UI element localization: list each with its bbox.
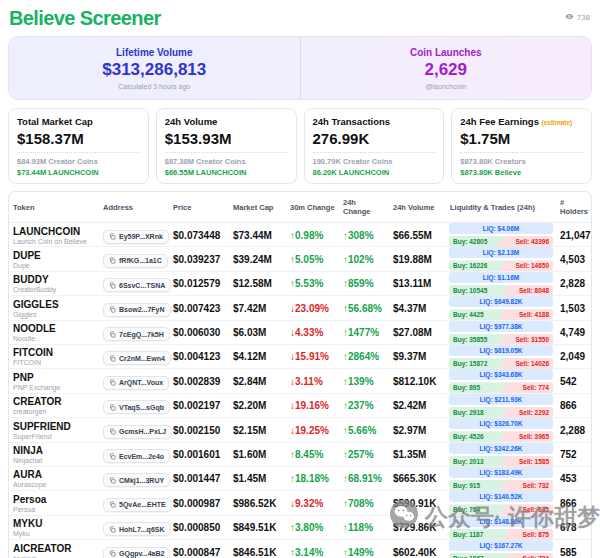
copy-address-button[interactable]: Ey59P...XRnk (103, 230, 169, 244)
table-row[interactable]: AURA Aurascope CMkj1...3RUY $0.001447 $1… (9, 467, 591, 491)
card-creator-line: $87.38M Creator Coins (165, 157, 288, 166)
price-cell: $0.001601 (169, 449, 229, 460)
col-header-market-cap[interactable]: Market Cap (229, 197, 286, 218)
holders-cell: 4,749 (556, 327, 591, 338)
change-30m-cell: ↓15.91% (286, 351, 339, 362)
change-24h-cell: ↑139% (339, 376, 389, 387)
copy-address-button[interactable]: GQgpv...4aB2 (103, 547, 170, 558)
change-30m-cell: ↑3.80% (286, 522, 339, 533)
token-name: GIGGLES (13, 299, 95, 310)
coin-launches-sub: @launchcoin (301, 83, 592, 90)
sell-count-chip: Sell: 4188 (498, 309, 553, 320)
buy-count-chip: Buy: 10545 (449, 285, 509, 296)
token-cell: LAUNCHCOIN Launch Coin on Believe (9, 226, 99, 245)
copy-address-button[interactable]: Cr2nM...Ewn4 (103, 351, 171, 365)
table-row[interactable]: MYKU Myku HohL7...q6SK $0.000850 $849.51… (9, 516, 591, 540)
token-subtitle: CreatorBuddy (13, 286, 95, 293)
table-row[interactable]: GIGGLES Giggles Bsow2...7FyN $0.007423 $… (9, 296, 591, 320)
copy-icon (109, 428, 116, 435)
volume-24h-cell: $1.35M (389, 449, 446, 460)
volume-24h-cell: $812.10K (389, 376, 446, 387)
address-text: Cr2nM...Ewn4 (119, 355, 165, 362)
copy-address-button[interactable]: 6SsvC...TSNA (103, 278, 171, 292)
copy-address-button[interactable]: EcvEm...2e4o (103, 449, 170, 463)
change-24h-cell: ↑5.66% (339, 425, 389, 436)
liquidity-cell: LIQ: $211.93K Buy: 2918 Sell: 2292 (446, 394, 556, 418)
address-cell: CMkj1...3RUY (99, 470, 169, 488)
token-cell: MYKU Myku (9, 518, 99, 537)
liquidity-bar: LIQ: $343.68K (449, 369, 553, 380)
col-header-change-24h[interactable]: 24h Change (339, 192, 389, 222)
buy-count-chip: Buy: 2918 (449, 407, 507, 418)
volume-24h-cell: $665.30K (389, 473, 446, 484)
token-subtitle: FITCOIN (13, 359, 95, 366)
table-row[interactable]: NINJA Ninjachat EcvEm...2e4o $0.001601 $… (9, 443, 591, 467)
buy-sell-bar: Buy: 15872 Sell: 14026 (449, 358, 553, 369)
copy-icon (109, 526, 116, 533)
copy-address-button[interactable]: ArQNT...Voux (103, 376, 169, 390)
table-row[interactable]: FITCOIN FITCOIN Cr2nM...Ewn4 $0.004123 $… (9, 345, 591, 369)
holders-cell: 678 (556, 522, 591, 533)
token-subtitle: Ninjachat (13, 457, 95, 464)
token-cell: FITCOIN FITCOIN (9, 347, 99, 366)
token-name: AICREATOR (13, 543, 95, 554)
change-30m-cell: ↓9.32% (286, 498, 339, 509)
col-header-liquidity[interactable]: Liquidity & Trades (24h) (446, 197, 556, 218)
holders-cell: 866 (556, 498, 591, 509)
change-30m-cell: ↑8.45% (286, 449, 339, 460)
token-table: TokenAddressPriceMarket Cap30m Change24h… (8, 191, 592, 558)
copy-address-button[interactable]: 7cEgQ...7k5H (103, 327, 170, 341)
table-row[interactable]: Persoa Persoa 5QvAe...EHTE $0.000987 $98… (9, 491, 591, 515)
col-header-price[interactable]: Price (169, 197, 229, 218)
copy-address-button[interactable]: Bsow2...7FyN (103, 303, 171, 317)
copy-icon (109, 282, 116, 289)
table-row[interactable]: CREATOR creatorgen VTaqS...sGqb $0.00219… (9, 394, 591, 418)
sell-count-chip: Sell: 635 (500, 504, 553, 515)
token-name: DUPE (13, 250, 95, 261)
copy-address-button[interactable]: GcmsH...PxLJ (103, 425, 172, 439)
token-subtitle: PNP Exchange (13, 384, 95, 391)
holders-cell: 2,828 (556, 278, 591, 289)
col-header-holders[interactable]: # Holders (556, 192, 591, 222)
copy-address-button[interactable]: 5QvAe...EHTE (103, 498, 172, 512)
change-24h-cell: ↑1477% (339, 327, 389, 338)
copy-address-button[interactable]: fRfKG...1a1C (103, 254, 168, 268)
liquidity-cell: LIQ: $343.68K Buy: 895 Sell: 774 (446, 369, 556, 393)
coin-launches-block: Coin Launches 2,629 @launchcoin (300, 37, 592, 99)
copy-address-button[interactable]: HohL7...q6SK (103, 522, 171, 536)
market-cap-cell: $6.03M (229, 327, 286, 338)
table-row[interactable]: LAUNCHCOIN Launch Coin on Believe Ey59P.… (9, 223, 591, 247)
change-30m-cell: ↑0.98% (286, 230, 339, 241)
table-row[interactable]: AICREATOR sociove GQgpv...4aB2 $0.000847… (9, 540, 591, 558)
col-header-change-30m[interactable]: 30m Change (286, 197, 339, 218)
col-header-volume-24h[interactable]: 24h Volume (389, 197, 446, 218)
copy-address-button[interactable]: VTaqS...sGqb (103, 400, 170, 414)
table-body: LAUNCHCOIN Launch Coin on Believe Ey59P.… (9, 223, 591, 558)
col-header-token[interactable]: Token (9, 197, 99, 218)
copy-icon (109, 453, 116, 460)
card-24h-fee-earnings: 24h Fee Earnings (estimate) $1.75M $873.… (451, 108, 592, 184)
liquidity-cell: LIQ: $183.49K Buy: 915 Sell: 732 (446, 467, 556, 491)
table-row[interactable]: SUPFRIEND SuperFriend GcmsH...PxLJ $0.00… (9, 418, 591, 442)
divider (460, 152, 583, 153)
table-row[interactable]: NOODLE Noodle 7cEgQ...7k5H $0.006030 $6.… (9, 321, 591, 345)
table-row[interactable]: DUPE Dupe fRfKG...1a1C $0.039237 $39.24M… (9, 247, 591, 271)
address-cell: VTaqS...sGqb (99, 397, 169, 415)
token-cell: Persoa Persoa (9, 494, 99, 513)
card-title: 24h Transactions (313, 116, 436, 127)
table-row[interactable]: PNP PNP Exchange ArQNT...Voux $0.002839 … (9, 369, 591, 393)
copy-icon (109, 379, 116, 386)
token-subtitle: creatorgen (13, 408, 95, 415)
token-name: NOODLE (13, 323, 95, 334)
coin-launches-value: 2,629 (301, 60, 592, 80)
address-text: fRfKG...1a1C (119, 257, 162, 264)
copy-icon (109, 331, 116, 338)
col-header-address[interactable]: Address (99, 197, 169, 218)
buy-sell-bar: Buy: 10545 Sell: 8048 (449, 285, 553, 296)
market-cap-cell: $39.24M (229, 254, 286, 265)
card-value: $158.37M (17, 130, 140, 147)
table-row[interactable]: BUDDY CreatorBuddy 6SsvC...TSNA $0.01257… (9, 272, 591, 296)
holders-cell: 453 (556, 473, 591, 484)
liquidity-bar: LIQ: $167.27K (449, 540, 553, 551)
copy-address-button[interactable]: CMkj1...3RUY (103, 473, 170, 487)
